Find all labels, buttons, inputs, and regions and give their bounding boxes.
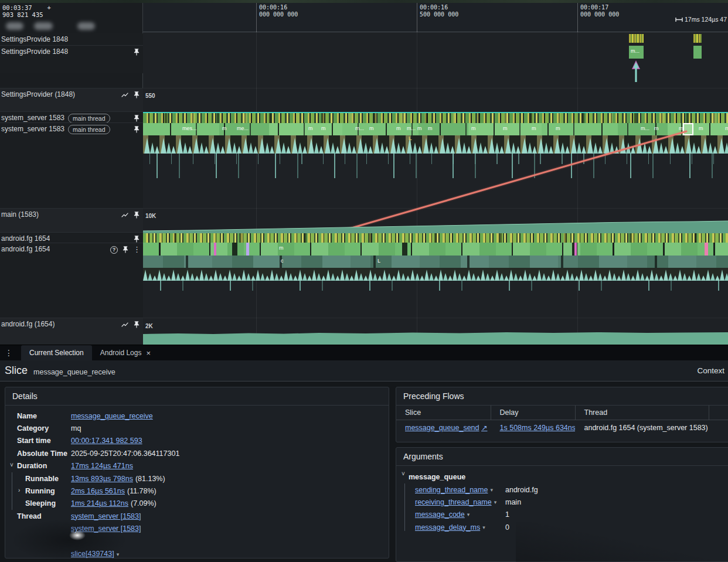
preceding-flows-panel: Preceding Flows Slice Delay Thread messa… [396, 387, 728, 442]
gridline [417, 32, 417, 345]
track-row-systemserver-slices[interactable]: system_server 1583 main thread [0, 122, 143, 208]
pin-icon[interactable] [132, 114, 141, 122]
details-row-suffix: (11.78%) [127, 487, 157, 495]
slice-track[interactable]: m [143, 243, 728, 256]
details-row-value[interactable]: 1ms 214µs 112ns [71, 499, 128, 507]
details-row: Categorymq [17, 422, 384, 434]
details-row-value[interactable]: 13ms 893µs 798ns [71, 475, 133, 483]
track-label: system_server 1583 [1, 125, 64, 133]
column-header: Thread [575, 406, 709, 420]
track-label: android.fg (1654) [1, 320, 55, 328]
track-row-androidfg-slices[interactable]: android.fg 1654 ? ⋮ [0, 243, 143, 318]
argument-key-link[interactable]: message_code [415, 510, 465, 519]
track-group-main[interactable]: main (1583) [0, 208, 143, 232]
flow-slice-link[interactable]: message_queue_send [405, 424, 479, 432]
argument-group-label: message_queue [409, 473, 465, 481]
tab-android-logs[interactable]: Android Logs × [92, 345, 159, 360]
expander-caret-icon[interactable]: ˅ [10, 462, 13, 468]
perfetto-trace-viewer: 00:03:37+ 903 821 435 SettingsProvide 18… [0, 0, 728, 562]
pin-icon[interactable] [132, 125, 141, 134]
details-row-label: ›Running [17, 487, 71, 495]
table-header-row: Slice Delay Thread [396, 406, 728, 420]
thread-state-bars[interactable] [629, 34, 644, 43]
show-chart-icon[interactable] [121, 91, 129, 99]
argument-group[interactable]: ˅ message_queue [409, 471, 726, 483]
argument-key-link[interactable]: message_delay_ms [415, 523, 480, 532]
slice-label: m... [407, 125, 416, 131]
slice-label: m [279, 245, 284, 251]
slice-track[interactable]: mes...mme...mmm...mmm...mmmmmmm...mmmme [143, 123, 728, 135]
tab-label: Android Logs [100, 349, 142, 357]
details-row-value[interactable]: 17ms 124µs 471ns [71, 462, 133, 470]
tab-label: Current Selection [29, 349, 84, 357]
show-chart-icon[interactable] [121, 211, 129, 219]
details-row: Sleeping1ms 214µs 112ns(7.09%) [17, 498, 384, 510]
show-chart-icon[interactable] [121, 321, 129, 329]
counter-area-chart[interactable] [143, 318, 728, 345]
slice-label: m [428, 125, 433, 131]
track-row-androidfg-state[interactable]: android.fg 1654 [0, 232, 143, 243]
slice[interactable] [693, 46, 702, 59]
details-row: Namemessage_queue_receive [17, 410, 384, 422]
track-row-settingsprovide-slices[interactable]: SettingsProvide 1848 [0, 45, 143, 73]
toolbar-blob[interactable] [6, 22, 23, 30]
toolbar-blob[interactable] [77, 22, 95, 30]
expander-caret-icon[interactable]: ˅ [402, 471, 405, 477]
dropdown-arrow-icon[interactable]: ▾ [494, 499, 497, 505]
track-group-settingsprovider[interactable]: SettingsProvider (1848) [0, 88, 143, 111]
details-row-suffix: (7.09%) [131, 499, 157, 507]
selected-slice[interactable] [683, 123, 693, 135]
argument-key-link[interactable]: sending_thread_name [415, 486, 488, 494]
thread-state-track[interactable] [143, 112, 728, 123]
counter-area-chart[interactable] [143, 208, 728, 233]
details-row: Start time00:00:17.341 982 593 [17, 435, 384, 447]
pin-icon[interactable] [121, 246, 130, 254]
details-row-value[interactable]: 00:00:17.341 982 593 [71, 437, 142, 445]
toolbar-blob[interactable] [34, 22, 53, 30]
dropdown-arrow-icon[interactable]: ▾ [482, 524, 485, 530]
tab-current-selection[interactable]: Current Selection [21, 345, 92, 360]
kebab-menu-icon[interactable]: ⋮ [133, 246, 141, 254]
thread-state-track[interactable] [143, 233, 728, 243]
track-group-androidfg[interactable]: android.fg (1654) [0, 318, 143, 345]
dropdown-arrow-icon[interactable]: ▾ [467, 512, 470, 517]
tab-menu-icon[interactable]: ⋮ [0, 345, 18, 360]
details-row-value[interactable]: message_queue_receive [71, 412, 153, 420]
slice-label: m [321, 125, 326, 131]
slice-label: m [699, 125, 703, 131]
context-button[interactable]: Context [697, 366, 724, 375]
slice-label: m [308, 125, 313, 131]
slice-label: m [396, 125, 401, 131]
mouse-cursor [69, 530, 86, 540]
expander-caret-icon[interactable]: › [18, 487, 20, 493]
help-icon[interactable]: ? [110, 246, 118, 254]
slice-label: m [471, 125, 476, 131]
pin-icon[interactable] [132, 91, 141, 99]
track-label: system_server 1583 [1, 114, 64, 122]
pin-icon[interactable] [132, 48, 141, 56]
dropdown-arrow-icon[interactable]: ▾ [490, 487, 493, 493]
details-row-value[interactable]: 2ms 16µs 561ns [71, 487, 125, 495]
argument-key-link[interactable]: receiving_thread_name [415, 498, 492, 506]
thread-state-bars[interactable] [693, 34, 702, 43]
shadow-smudge [516, 522, 728, 562]
nested-slices-strip[interactable] [143, 268, 728, 281]
nested-slice-track[interactable]: cL [143, 256, 728, 268]
slice-label: m... [641, 125, 649, 131]
track-label: android.fg 1654 [1, 245, 50, 253]
flow-delay-link[interactable]: 1s 508ms 249µs 634ns [500, 424, 576, 432]
track-row-settingsprovide-state[interactable]: SettingsProvide 1848 [0, 33, 143, 45]
slice[interactable]: m... [629, 46, 644, 59]
pin-icon[interactable] [132, 321, 141, 329]
pin-icon[interactable] [132, 235, 141, 243]
timeline-ruler[interactable]: 00:00:16000 000 00000:00:16500 000 00000… [143, 3, 728, 32]
close-icon[interactable]: × [146, 349, 151, 357]
open-in-new-icon[interactable]: ↗ [481, 424, 487, 432]
timeline-tracks[interactable]: m... 550 mes...mme...mmm...mmm...mmmmmmm… [143, 32, 728, 345]
track-row-systemserver-state[interactable]: system_server 1583 main thread [0, 111, 143, 122]
details-row: ›Running2ms 16µs 561ns(11.78%) [17, 485, 384, 497]
ruler-tick: 00:00:16000 000 000 [256, 3, 298, 32]
pin-icon[interactable] [132, 211, 141, 219]
slice-label: L [409, 135, 412, 141]
section-title: Details [5, 387, 389, 406]
